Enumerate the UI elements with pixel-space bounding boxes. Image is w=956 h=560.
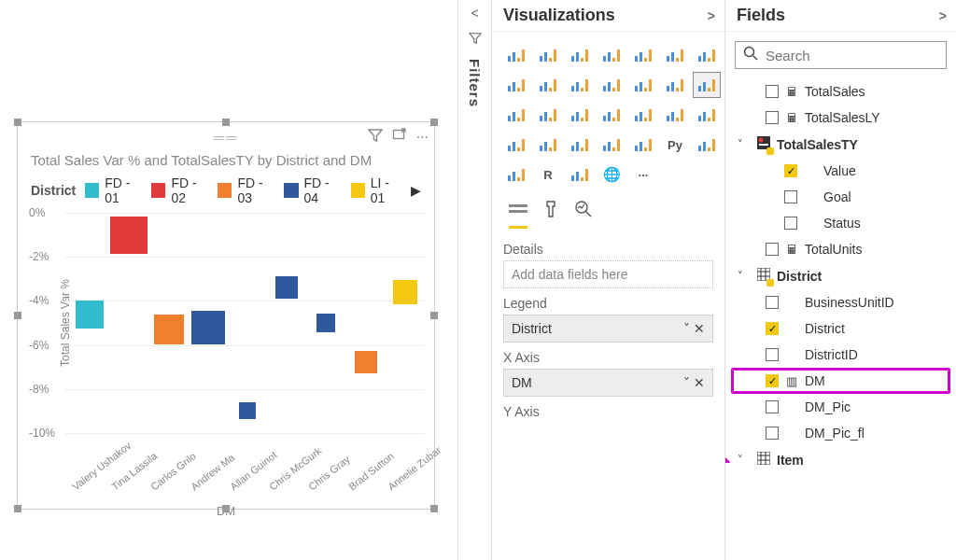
checkbox[interactable] [766, 243, 779, 256]
viz-type-ribbon[interactable] [598, 73, 625, 97]
viz-type-gauge[interactable] [694, 103, 720, 127]
data-point[interactable] [110, 217, 148, 254]
checkbox[interactable] [766, 111, 779, 124]
legend-swatch[interactable] [218, 183, 232, 198]
viz-type-kpi[interactable] [567, 133, 593, 157]
checkbox[interactable] [766, 85, 779, 98]
viz-type-table[interactable] [694, 133, 720, 157]
field-districtid[interactable]: DistrictID [731, 342, 950, 368]
field-value[interactable]: ✓Value [731, 158, 950, 184]
search-box[interactable] [735, 41, 947, 69]
field-dm_pic[interactable]: DM_Pic [731, 394, 950, 420]
remove-field-icon[interactable]: ✕ [694, 321, 705, 336]
field-totalunits[interactable]: 🖩TotalUnits [731, 236, 950, 262]
viz-type-treemap[interactable] [567, 103, 593, 127]
checkbox[interactable] [784, 190, 797, 203]
collapse-fields-icon[interactable]: > [939, 8, 947, 23]
data-point[interactable] [191, 311, 225, 344]
viz-type-card[interactable] [503, 133, 529, 157]
legend-swatch[interactable] [351, 183, 365, 198]
viz-type-bar-clustered[interactable] [535, 43, 561, 67]
chevron-down-icon[interactable]: ˅ [738, 138, 751, 150]
checkbox[interactable] [766, 296, 779, 309]
viz-type-kv[interactable] [567, 162, 593, 187]
field-status[interactable]: Status [731, 210, 950, 236]
collapse-viz-icon[interactable]: > [708, 8, 715, 23]
checkbox[interactable] [784, 217, 797, 230]
legend-well[interactable]: District˅✕ [503, 315, 713, 343]
drag-handle-icon[interactable]: ══ [214, 130, 239, 147]
legend-scroll-icon[interactable]: ▶ [411, 183, 421, 198]
viz-type-area[interactable] [694, 43, 720, 67]
search-input[interactable] [766, 48, 943, 63]
data-point[interactable] [275, 276, 298, 299]
legend-swatch[interactable] [284, 183, 298, 198]
legend-item-label[interactable]: FD - 04 [304, 175, 345, 205]
field-totalsales[interactable]: 🖩TotalSales [731, 78, 950, 105]
data-point[interactable] [154, 315, 184, 344]
remove-field-icon[interactable]: ✕ [694, 375, 705, 390]
chevron-down-icon[interactable]: ˅ [738, 454, 751, 466]
viz-type-bar-stacked[interactable] [503, 43, 529, 67]
viz-type-col-stacked[interactable] [567, 43, 593, 67]
legend-item-label[interactable]: FD - 03 [237, 175, 278, 205]
viz-type-line-col2[interactable] [567, 73, 593, 97]
filters-rail[interactable]: < Filters [457, 0, 491, 560]
viz-type-r[interactable]: R [535, 162, 561, 187]
chevron-down-icon[interactable]: ˅ [683, 375, 690, 390]
viz-type-waterfall[interactable] [630, 73, 656, 97]
field-totalsalesly[interactable]: 🖩TotalSalesLY [731, 105, 950, 131]
checkbox[interactable]: ✓ [784, 164, 797, 177]
viz-type-funnel2[interactable] [662, 103, 688, 127]
collapse-filters-icon[interactable]: < [471, 6, 478, 21]
viz-type-pie[interactable] [503, 103, 529, 127]
viz-type-col-clustered[interactable] [598, 43, 625, 67]
more-options-icon[interactable]: ··· [416, 129, 429, 146]
legend-swatch[interactable] [85, 183, 99, 198]
checkbox[interactable] [766, 427, 779, 440]
analytics-tab[interactable] [574, 200, 593, 229]
field-district[interactable]: ˅District [731, 262, 950, 289]
viz-type-map[interactable] [598, 103, 625, 127]
viz-type-scatter[interactable] [694, 73, 720, 97]
viz-type-multi-card[interactable] [535, 133, 561, 157]
format-tab[interactable] [544, 200, 557, 229]
chevron-down-icon[interactable]: ˅ [683, 321, 690, 336]
chart-card[interactable]: ══ ··· Total Sales Var % and TotalSalesT… [17, 121, 435, 510]
viz-type-slicer2[interactable] [630, 133, 656, 157]
viz-type-line-col[interactable] [535, 73, 561, 97]
viz-type-globe[interactable]: 🌐 [598, 162, 625, 187]
legend-item-label[interactable]: LI - 01 [371, 175, 405, 205]
viz-type-matrix[interactable] [503, 162, 529, 187]
checkbox[interactable] [766, 400, 779, 413]
field-goal[interactable]: Goal [731, 184, 950, 210]
field-item[interactable]: ˅Item [731, 446, 950, 473]
fields-tab[interactable] [509, 201, 527, 229]
filter-pane-icon[interactable] [469, 32, 482, 48]
filter-icon[interactable] [368, 128, 383, 147]
legend-swatch[interactable] [151, 183, 165, 198]
viz-type-slicer[interactable] [598, 133, 625, 157]
focus-mode-icon[interactable] [392, 128, 407, 147]
viz-type-col-100[interactable] [630, 43, 656, 67]
checkbox[interactable] [766, 348, 779, 361]
viz-type-more[interactable]: ··· [630, 162, 656, 187]
x-axis-well[interactable]: DM˅✕ [503, 369, 713, 397]
field-district[interactable]: ✓District [731, 315, 950, 342]
data-point[interactable] [76, 301, 104, 329]
field-dm[interactable]: ✓▥DM [731, 368, 950, 394]
data-point[interactable] [393, 280, 417, 304]
viz-type-funnel[interactable] [662, 73, 688, 97]
data-point[interactable] [316, 314, 335, 332]
legend-item-label[interactable]: FD - 01 [105, 175, 146, 205]
checkbox[interactable]: ✓ [766, 322, 779, 335]
viz-type-area-stacked[interactable] [503, 73, 529, 97]
field-totalsalesty[interactable]: ˅TotalSalesTY [731, 131, 950, 158]
legend-item-label[interactable]: FD - 02 [171, 175, 212, 205]
data-point[interactable] [239, 402, 256, 419]
checkbox[interactable]: ✓ [766, 374, 779, 387]
viz-type-line[interactable] [662, 43, 688, 67]
data-point[interactable] [355, 351, 377, 373]
viz-type-donut[interactable] [535, 103, 561, 127]
field-dm_pic_fl[interactable]: DM_Pic_fl [731, 420, 950, 446]
